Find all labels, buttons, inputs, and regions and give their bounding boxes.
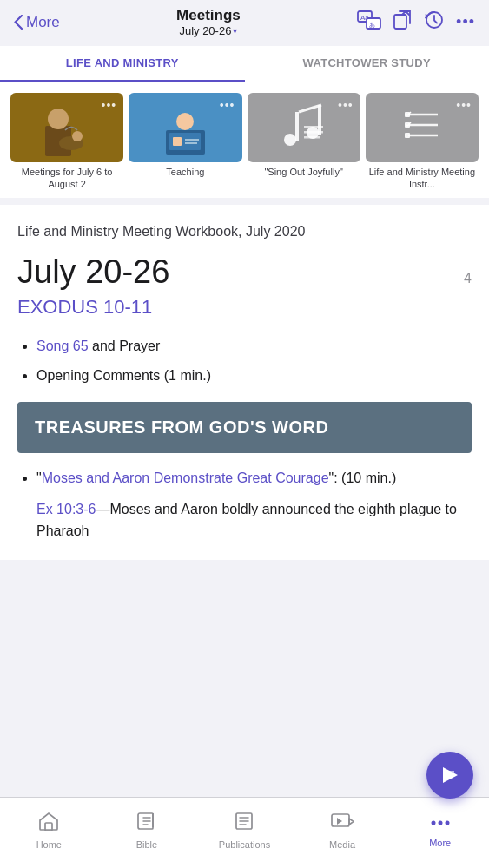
thumbnail-sing[interactable]: ••• "Sing Out Joyfully" <box>248 93 360 191</box>
song-suffix: and Prayer <box>89 339 161 353</box>
article-suffix: : (10 min.) <box>334 470 396 485</box>
svg-point-32 <box>445 820 449 825</box>
nav-home-label: Home <box>36 839 62 850</box>
article-body-text: —Moses and Aaron boldly announced the ei… <box>36 502 457 539</box>
article-title-link[interactable]: Moses and Aaron Demonstrate Great Courag… <box>42 470 329 485</box>
nav-more-label: More <box>429 838 451 848</box>
fab-button[interactable] <box>426 752 473 799</box>
nav-more[interactable]: More <box>391 798 489 868</box>
nav-media-label: Media <box>329 839 355 850</box>
thumb-dots-3: ••• <box>338 98 354 112</box>
thumbnail-meetings[interactable]: ••• Meetings for July 6 to August 2 <box>10 93 123 191</box>
home-icon <box>38 812 59 836</box>
svg-rect-22 <box>304 136 320 139</box>
thumb-dots-2: ••• <box>220 98 235 112</box>
article-list: "Moses and Aaron Demonstrate Great Coura… <box>17 467 472 490</box>
opening-bullets: Song 65 and Prayer Opening Comments (1 m… <box>17 336 472 386</box>
nav-bible-label: Bible <box>136 839 157 850</box>
share-icon[interactable] <box>393 10 413 34</box>
header-subtitle[interactable]: July 20-26 ▾ <box>176 24 241 37</box>
thumbnail-teaching[interactable]: ••• Teaching <box>129 93 241 191</box>
svg-point-16 <box>284 134 296 146</box>
thumbnail-instructions[interactable]: ••• Life and Ministry Meeting Instr... <box>366 93 479 191</box>
song-link[interactable]: Song 65 <box>36 339 89 353</box>
svg-rect-15 <box>185 142 197 144</box>
tab-watchtower-study[interactable]: WATCHTOWER STUDY <box>245 46 490 82</box>
bullet-opening-comments: Opening Comments (1 min.) <box>36 365 472 386</box>
bottom-nav: Home Bible Publications Me <box>0 797 489 868</box>
thumb-dots-4: ••• <box>456 98 472 112</box>
thumb-label-4: Life and Ministry Meeting Instr... <box>366 166 479 191</box>
thumbnails-row: ••• Meetings for July 6 to August 2 ••• <box>10 93 479 191</box>
svg-point-31 <box>438 820 442 825</box>
back-button[interactable]: More <box>14 14 60 31</box>
media-icon <box>331 812 354 836</box>
svg-rect-13 <box>173 137 182 146</box>
svg-rect-21 <box>304 131 323 134</box>
history-icon[interactable] <box>425 10 444 34</box>
svg-rect-4 <box>394 15 406 29</box>
ellipsis-icon[interactable]: ••• <box>456 13 475 31</box>
tab-life-ministry[interactable]: LIFE AND MINISTRY <box>0 46 245 82</box>
bullet-song: Song 65 and Prayer <box>36 336 472 357</box>
svg-rect-17 <box>295 112 299 141</box>
thumb-dots-1: ••• <box>102 98 117 112</box>
svg-point-30 <box>431 820 435 825</box>
svg-point-11 <box>176 113 194 130</box>
nav-publications-label: Publications <box>219 839 270 850</box>
workbook-title: Life and Ministry Meeting Workbook, July… <box>17 222 472 241</box>
article-body: Ex 10:3-6—Moses and Aaron boldly announc… <box>17 498 472 542</box>
header: More Meetings July 20-26 ▾ Aa あ <box>0 0 489 46</box>
section-header-treasures: TREASURES FROM GOD'S WORD <box>17 402 472 453</box>
svg-rect-20 <box>304 126 323 128</box>
svg-text:あ: あ <box>369 22 375 29</box>
publications-icon <box>234 812 254 836</box>
svg-point-9 <box>72 131 83 141</box>
opening-comments-text: Opening Comments (1 min.) <box>36 368 211 383</box>
back-label: More <box>26 14 60 31</box>
date-title: July 20-26 <box>17 253 169 291</box>
nav-home[interactable]: Home <box>0 798 98 868</box>
nav-bible[interactable]: Bible <box>98 798 196 868</box>
header-icons: Aa あ ••• <box>357 10 475 34</box>
thumbnails-section: ••• Meetings for July 6 to August 2 ••• <box>0 82 489 198</box>
header-center: Meetings July 20-26 ▾ <box>176 7 241 37</box>
section-header-text: TREASURES FROM GOD'S WORD <box>35 416 454 439</box>
date-header: July 20-26 4 <box>17 253 472 291</box>
article-item: "Moses and Aaron Demonstrate Great Coura… <box>36 467 472 490</box>
translate-icon[interactable]: Aa あ <box>357 10 381 34</box>
scripture-reference[interactable]: EXODUS 10-11 <box>17 296 472 319</box>
nav-media[interactable]: Media <box>294 798 392 868</box>
chevron-down-icon: ▾ <box>233 26 237 36</box>
svg-rect-14 <box>185 139 199 141</box>
page-number: 4 <box>464 271 472 286</box>
thumb-label-2: Teaching <box>166 166 204 178</box>
tabs-bar: LIFE AND MINISTRY WATCHTOWER STUDY <box>0 46 489 82</box>
bible-icon <box>136 812 157 836</box>
subtitle-text: July 20-26 <box>179 24 231 37</box>
more-nav-icon <box>429 813 452 834</box>
page-title: Meetings <box>176 7 241 24</box>
nav-publications[interactable]: Publications <box>195 798 294 868</box>
svg-rect-19 <box>318 105 321 135</box>
svg-point-7 <box>48 108 69 129</box>
thumb-label-1: Meetings for July 6 to August 2 <box>10 166 123 191</box>
scripture-inline-link[interactable]: Ex 10:3-6 <box>36 502 96 516</box>
thumb-label-3: "Sing Out Joyfully" <box>264 166 342 178</box>
main-content: Life and Ministry Meeting Workbook, July… <box>0 205 489 560</box>
